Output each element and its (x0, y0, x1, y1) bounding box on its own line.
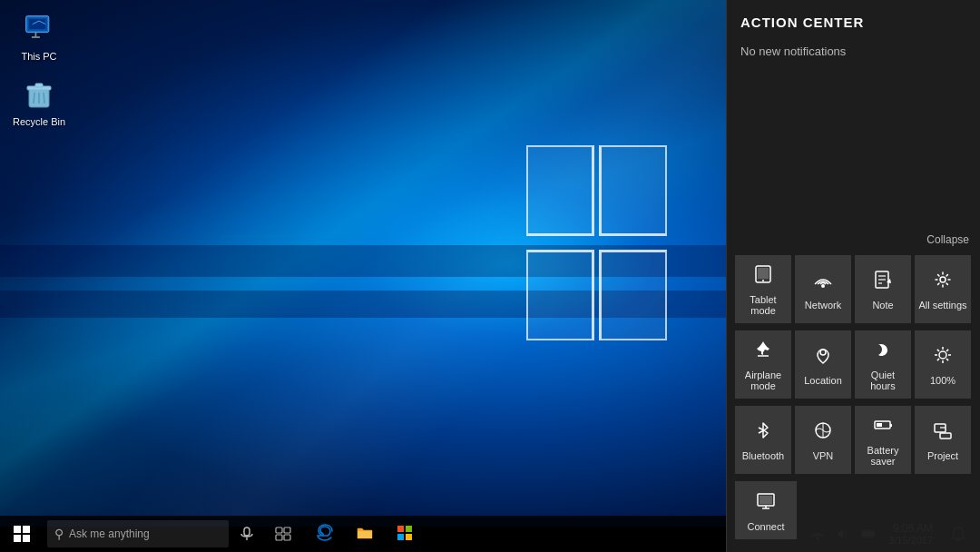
project-icon (933, 420, 953, 445)
all-settings-icon (933, 270, 953, 294)
svg-rect-3 (32, 36, 40, 38)
svg-point-19 (940, 277, 946, 282)
search-placeholder: Ask me anything (69, 527, 150, 540)
battery-saver-label: Battery saver (858, 445, 907, 467)
svg-rect-43 (14, 526, 21, 533)
no-notifications-text: No new notifications (740, 44, 965, 58)
network-icon (813, 270, 833, 294)
svg-rect-7 (35, 84, 43, 87)
svg-rect-44 (23, 526, 30, 533)
airplane-mode-icon (753, 340, 773, 364)
svg-rect-49 (276, 527, 282, 533)
collapse-button[interactable]: Collapse (726, 230, 980, 250)
tablet-mode-button[interactable]: Tablet mode (735, 255, 791, 323)
recycle-bin-icon[interactable]: Recycle Bin (7, 73, 71, 131)
quiet-hours-label: Quiet hours (858, 370, 907, 391)
tablet-mode-label: Tablet mode (739, 294, 788, 316)
brightness-label: 100% (930, 375, 956, 386)
this-pc-label: This PC (21, 51, 56, 62)
svg-rect-12 (758, 268, 769, 279)
desktop: This PC Recycle Bin (0, 0, 726, 527)
connect-button[interactable]: Connect (735, 481, 797, 539)
svg-point-22 (939, 351, 946, 359)
quick-actions-grid: Tablet mode Network (726, 250, 980, 552)
start-icon (14, 526, 30, 542)
airplane-mode-label: Airplane mode (739, 370, 788, 391)
action-center-title: ACTION CENTER (740, 15, 965, 30)
tablet-mode-icon (753, 264, 773, 289)
svg-rect-34 (890, 424, 892, 427)
vpn-icon (813, 420, 833, 445)
svg-rect-40 (760, 496, 772, 504)
svg-rect-35 (877, 423, 882, 427)
project-button[interactable]: Project (915, 406, 971, 474)
svg-rect-53 (358, 531, 372, 538)
quiet-hours-icon (873, 340, 893, 364)
svg-rect-46 (23, 535, 30, 542)
this-pc-icon[interactable]: This PC (7, 7, 71, 65)
location-button[interactable]: Location (795, 330, 851, 399)
brightness-button[interactable]: 100% (915, 330, 971, 399)
action-center-header: ACTION CENTER (726, 0, 980, 37)
note-label: Note (872, 300, 893, 310)
svg-rect-37 (940, 433, 951, 439)
file-explorer-taskbar-button[interactable] (345, 516, 385, 552)
store-taskbar-button[interactable] (385, 516, 425, 552)
airplane-mode-button[interactable]: Airplane mode (735, 330, 791, 399)
bluetooth-label: Bluetooth (742, 450, 784, 461)
search-icon: ⚲ (54, 527, 64, 541)
location-label: Location (804, 375, 842, 386)
svg-point-13 (762, 280, 764, 281)
svg-rect-47 (244, 527, 250, 536)
cortana-mic-button[interactable] (229, 516, 265, 552)
action-center-panel: ACTION CENTER No new notifications Colla… (726, 0, 980, 552)
svg-rect-52 (284, 535, 290, 540)
note-button[interactable]: Note (855, 255, 911, 323)
quiet-hours-button[interactable]: Quiet hours (855, 330, 911, 399)
svg-line-27 (937, 350, 939, 351)
project-label: Project (927, 450, 958, 461)
battery-saver-icon (873, 415, 893, 439)
svg-line-8 (34, 93, 34, 104)
quick-actions-row-4: Connect (733, 479, 973, 541)
notifications-area: No new notifications (726, 37, 980, 230)
windows-logo (526, 145, 671, 345)
svg-line-28 (946, 359, 948, 360)
vpn-button[interactable]: VPN (795, 406, 851, 474)
connect-label: Connect (748, 521, 785, 532)
quick-actions-row-1: Tablet mode Network (733, 253, 973, 325)
quick-actions-row-3: Bluetooth VPN (733, 404, 973, 476)
search-box[interactable]: ⚲ Ask me anything (47, 520, 229, 547)
edge-taskbar-button[interactable] (305, 516, 345, 552)
task-view-button[interactable] (265, 516, 301, 552)
bluetooth-icon (753, 420, 773, 445)
recycle-bin-label: Recycle Bin (13, 116, 65, 127)
battery-saver-button[interactable]: Battery saver (855, 406, 911, 474)
svg-rect-4 (29, 19, 45, 29)
svg-rect-50 (284, 527, 290, 533)
svg-rect-45 (14, 535, 21, 542)
start-button[interactable] (0, 516, 44, 552)
brightness-icon (933, 345, 953, 370)
bluetooth-button[interactable]: Bluetooth (735, 406, 791, 474)
network-label: Network (805, 300, 841, 310)
taskbar-apps (301, 516, 779, 552)
note-icon (873, 270, 893, 294)
svg-line-29 (946, 350, 948, 351)
all-settings-button[interactable]: All settings (915, 255, 971, 323)
vpn-label: VPN (813, 450, 834, 461)
svg-point-14 (821, 284, 825, 288)
svg-rect-55 (406, 526, 412, 532)
location-icon (813, 345, 833, 370)
svg-line-30 (937, 359, 939, 360)
svg-rect-57 (406, 534, 412, 540)
all-settings-label: All settings (918, 300, 966, 310)
svg-rect-51 (276, 535, 282, 540)
quick-actions-row-2: Airplane mode Location Quiet hours (733, 329, 973, 400)
svg-line-10 (44, 93, 44, 104)
connect-icon (756, 491, 776, 516)
svg-rect-56 (397, 534, 404, 540)
svg-rect-54 (397, 526, 404, 532)
network-button[interactable]: Network (795, 255, 851, 323)
